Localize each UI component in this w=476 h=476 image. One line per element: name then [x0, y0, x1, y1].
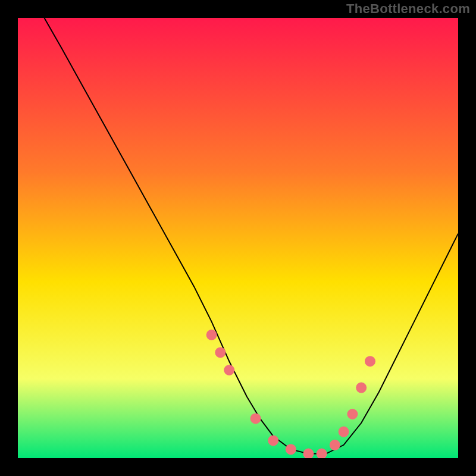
chart-card: TheBottleneck.com — [0, 0, 476, 476]
curve-marker — [206, 330, 217, 340]
chart-svg — [18, 18, 458, 458]
curve-marker — [224, 365, 234, 375]
watermark-label: TheBottleneck.com — [346, 1, 470, 17]
curve-marker — [330, 440, 340, 450]
curve-marker — [339, 427, 349, 437]
curve-marker — [250, 413, 261, 424]
curve-marker — [347, 409, 358, 419]
curve-marker — [365, 356, 375, 367]
curve-marker — [215, 347, 226, 358]
curve-marker — [356, 383, 367, 393]
curve-marker — [268, 435, 278, 446]
gradient-background — [18, 18, 458, 458]
curve-marker — [286, 444, 296, 455]
plot-area — [18, 18, 458, 458]
